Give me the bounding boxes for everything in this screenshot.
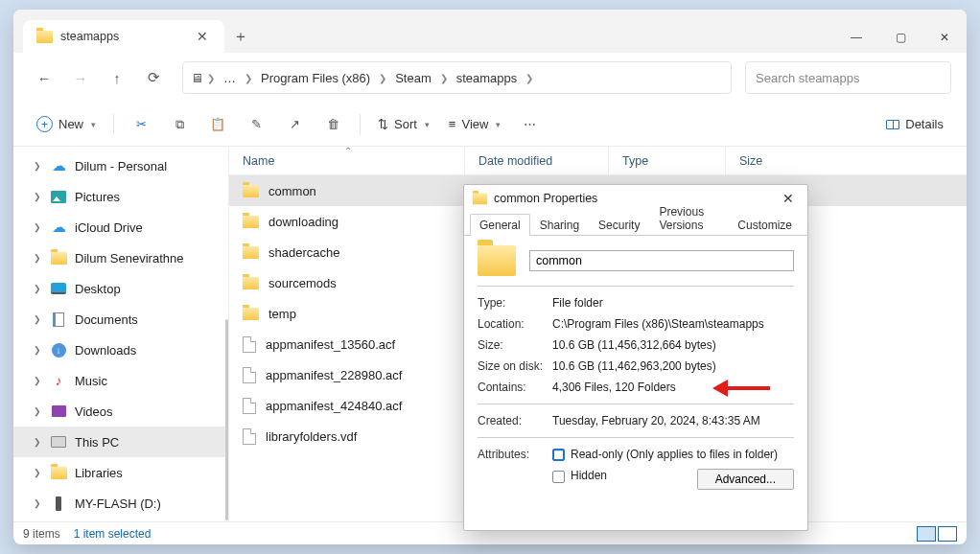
view-large-toggle[interactable] <box>938 526 957 542</box>
refresh-button[interactable]: ⟳ <box>138 62 169 93</box>
attributes-label: Attributes: <box>478 448 552 461</box>
view-details-toggle[interactable] <box>917 526 936 542</box>
column-headers: ⌃ Name Date modified Type Size <box>229 147 967 175</box>
column-date[interactable]: Date modified <box>465 147 609 174</box>
expand-icon[interactable]: ❯ <box>33 253 42 263</box>
expand-icon[interactable]: ❯ <box>33 437 42 447</box>
pc-root-icon: 🖥 <box>191 71 203 85</box>
chevron-right-icon: ❯ <box>525 73 533 83</box>
file-name: shadercache <box>268 245 339 260</box>
chevron-down-icon: ▾ <box>496 120 501 129</box>
expand-icon[interactable]: ❯ <box>33 406 42 416</box>
location-value: C:\Program Files (x86)\Steam\steamapps <box>552 317 794 331</box>
breadcrumb-overflow[interactable]: … <box>219 71 241 85</box>
breadcrumb-segment[interactable]: steamapps <box>452 71 523 85</box>
folder-icon <box>36 31 53 43</box>
window-controls: — ▢ ✕ <box>834 22 967 53</box>
nav-scrollbar[interactable] <box>225 319 228 520</box>
sidebar-item[interactable]: ❯↓Downloads <box>13 335 228 365</box>
expand-icon[interactable]: ❯ <box>33 314 42 324</box>
sidebar-item[interactable]: ❯Dilum Senevirathne <box>13 242 228 273</box>
advanced-button[interactable]: Advanced... <box>697 469 794 490</box>
sidebar-item[interactable]: ❯Videos <box>13 396 228 427</box>
size-on-disk-value: 10.6 GB (11,462,963,200 bytes) <box>552 359 794 373</box>
sort-indicator-icon: ⌃ <box>344 147 352 156</box>
tab-steamapps[interactable]: steamapps ✕ <box>23 20 224 53</box>
chevron-down-icon: ▾ <box>425 120 430 129</box>
copy-button[interactable]: ⧉ <box>162 109 197 140</box>
tab-customize[interactable]: Customize <box>728 214 802 236</box>
file-name: downloading <box>268 215 338 229</box>
hidden-checkbox[interactable] <box>552 471 565 483</box>
rename-button[interactable]: ✎ <box>239 109 273 140</box>
delete-button[interactable]: 🗑 <box>315 109 350 140</box>
tab-title: steamapps <box>60 30 119 43</box>
sidebar-item[interactable]: ❯Desktop <box>13 273 228 304</box>
file-name: appmanifest_228980.acf <box>266 368 402 382</box>
expand-icon[interactable]: ❯ <box>33 284 42 293</box>
expand-icon[interactable]: ❯ <box>33 468 42 477</box>
cut-button[interactable]: ✂ <box>124 109 158 140</box>
sidebar-item[interactable]: ❯☁Dilum - Personal <box>13 150 228 181</box>
details-pane-button[interactable]: Details <box>878 109 951 140</box>
view-label: View <box>461 117 488 131</box>
expand-icon[interactable]: ❯ <box>33 498 42 508</box>
sidebar-item[interactable]: ❯Libraries <box>13 457 228 488</box>
tab-security[interactable]: Security <box>589 214 649 236</box>
type-value: File folder <box>552 296 794 310</box>
new-tab-button[interactable]: ＋ <box>224 20 257 53</box>
properties-title: common Properties <box>494 192 597 205</box>
breadcrumb-segment[interactable]: Program Files (x86) <box>256 71 375 85</box>
expand-icon[interactable]: ❯ <box>33 161 42 171</box>
readonly-checkbox[interactable] <box>552 449 565 461</box>
tab-previous-versions[interactable]: Previous Versions <box>649 200 728 236</box>
search-input[interactable]: Search steamapps <box>745 61 951 94</box>
minimize-button[interactable]: — <box>834 22 878 53</box>
close-tab-icon[interactable]: ✕ <box>194 29 211 44</box>
sidebar-item[interactable]: ❯♪Music <box>13 365 228 396</box>
tab-general[interactable]: General <box>470 214 530 236</box>
created-label: Created: <box>478 414 552 427</box>
expand-icon[interactable]: ❯ <box>33 192 42 201</box>
expand-icon[interactable]: ❯ <box>33 376 42 385</box>
navigation-pane: ❯☁Dilum - Personal❯Pictures❯☁iCloud Driv… <box>13 147 229 521</box>
tab-sharing[interactable]: Sharing <box>530 214 589 236</box>
back-button[interactable]: ← <box>29 62 59 93</box>
expand-icon[interactable]: ❯ <box>33 345 42 355</box>
close-window-button[interactable]: ✕ <box>922 22 967 53</box>
sidebar-item[interactable]: ❯Documents <box>13 304 228 335</box>
sidebar-label: Documents <box>75 312 138 327</box>
properties-tabs: General Sharing Security Previous Versio… <box>464 212 807 236</box>
breadcrumb[interactable]: 🖥 ❯ … ❯ Program Files (x86) ❯ Steam ❯ st… <box>182 61 732 94</box>
type-label: Type: <box>478 296 552 310</box>
column-size[interactable]: Size <box>726 147 967 174</box>
maximize-button[interactable]: ▢ <box>878 22 922 53</box>
view-button[interactable]: ≡ View ▾ <box>441 109 509 140</box>
sidebar-item[interactable]: ❯MY-FLASH (D:) <box>13 488 228 519</box>
properties-titlebar[interactable]: common Properties ✕ <box>464 185 807 212</box>
column-type[interactable]: Type <box>609 147 726 174</box>
file-icon <box>243 398 256 414</box>
paste-button[interactable]: 📋 <box>200 109 235 140</box>
chevron-right-icon: ❯ <box>245 73 252 83</box>
sort-icon: ⇅ <box>378 117 388 131</box>
sort-button[interactable]: ⇅ Sort ▾ <box>370 109 437 140</box>
file-name: sourcemods <box>268 276 337 290</box>
share-button[interactable]: ↗ <box>277 109 312 140</box>
sidebar-item[interactable]: ❯☁iCloud Drive <box>13 212 228 242</box>
close-dialog-button[interactable]: ✕ <box>777 191 800 206</box>
sidebar-item[interactable]: ❯This PC <box>13 427 228 457</box>
up-button[interactable]: ↑ <box>102 62 132 93</box>
forward-button[interactable]: → <box>65 62 96 93</box>
more-button[interactable]: ⋯ <box>512 109 547 140</box>
breadcrumb-segment[interactable]: Steam <box>390 71 436 85</box>
toolbar: + New ▾ ✂ ⧉ 📋 ✎ ↗ 🗑 ⇅ Sort ▾ ≡ View ▾ ⋯ … <box>13 103 967 147</box>
sidebar-item[interactable]: ❯Pictures <box>13 181 228 212</box>
readonly-label: Read-only (Only applies to files in fold… <box>571 448 778 461</box>
new-button[interactable]: + New ▾ <box>29 109 104 140</box>
folder-name-input[interactable] <box>529 250 794 271</box>
folder-icon <box>243 246 259 259</box>
details-icon <box>886 120 899 129</box>
expand-icon[interactable]: ❯ <box>33 222 42 232</box>
titlebar: steamapps ✕ ＋ — ▢ ✕ <box>13 10 967 53</box>
